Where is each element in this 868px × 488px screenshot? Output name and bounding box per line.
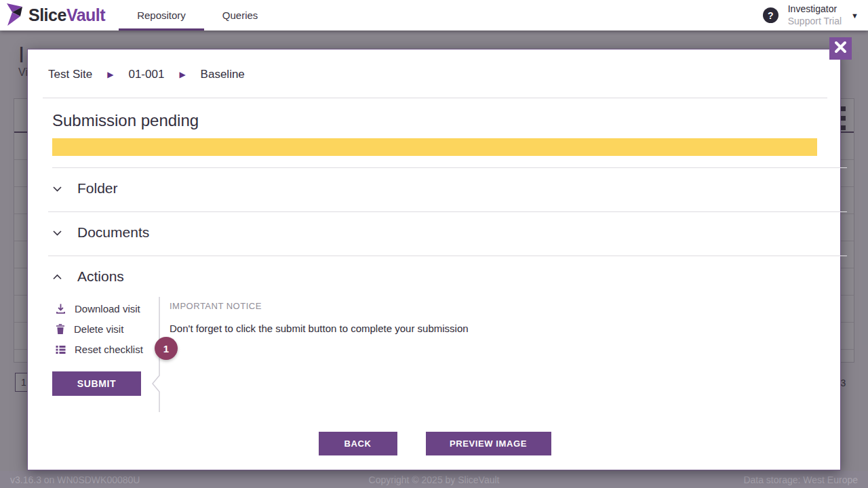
important-notice: IMPORTANT NOTICE Don't forget to click t… xyxy=(170,301,685,334)
back-button[interactable]: BACK xyxy=(319,432,397,455)
checklist-icon xyxy=(55,344,66,355)
breadcrumb-arrow-icon: ▶ xyxy=(107,70,113,79)
section-folder-label: Folder xyxy=(77,180,118,197)
user-menu[interactable]: Investigator Support Trial xyxy=(788,3,842,27)
brand-name-primary: Slice xyxy=(28,5,66,24)
modal-footer-buttons: BACK PREVIEW IMAGE xyxy=(28,432,842,455)
chevron-down-icon xyxy=(52,185,62,192)
user-trial-label: Support Trial xyxy=(788,16,842,28)
chevron-up-icon xyxy=(52,273,62,281)
breadcrumb-visit[interactable]: Baseline xyxy=(201,68,245,81)
chevron-down-icon[interactable]: ▼ xyxy=(851,12,859,20)
tab-repository-label: Repository xyxy=(137,9,186,21)
section-actions[interactable]: Actions xyxy=(52,268,124,285)
brand-logo[interactable]: SliceVault xyxy=(0,2,105,29)
breadcrumb-arrow-icon: ▶ xyxy=(179,70,185,79)
app-footer: v3.16.3 on WN0SDWK00080U Copyright © 202… xyxy=(0,471,868,488)
divider xyxy=(48,256,847,256)
reset-checklist-link[interactable]: Reset checklist xyxy=(55,344,143,355)
divider xyxy=(43,98,827,98)
section-actions-label: Actions xyxy=(77,268,124,285)
pending-status-bar xyxy=(52,138,817,156)
section-folder[interactable]: Folder xyxy=(52,180,118,197)
visit-submission-modal: Test Site ▶ 01-001 ▶ Baseline Submission… xyxy=(27,49,841,470)
download-visit-label: Download visit xyxy=(75,303,140,314)
top-navbar: SliceVault Repository Queries ? Investig… xyxy=(0,0,868,30)
chevron-down-icon xyxy=(52,229,62,237)
delete-visit-label: Delete visit xyxy=(74,323,123,335)
reset-checklist-label: Reset checklist xyxy=(75,344,143,355)
notice-body: Don't forget to click the submit button … xyxy=(170,323,685,334)
submit-button[interactable]: SUBMIT xyxy=(52,371,141,396)
close-icon xyxy=(829,36,852,61)
main-nav-tabs: Repository Queries xyxy=(119,0,276,30)
footer-copyright-label: Copyright © 2025 by SliceVault xyxy=(369,474,500,485)
delete-visit-link[interactable]: Delete visit xyxy=(55,323,123,335)
divider xyxy=(48,211,847,212)
nav-right-cluster: ? Investigator Support Trial ▼ xyxy=(763,3,868,27)
tab-repository[interactable]: Repository xyxy=(119,0,204,30)
submission-status-title: Submission pending xyxy=(52,111,199,130)
breadcrumb: Test Site ▶ 01-001 ▶ Baseline xyxy=(48,68,245,81)
brand-name-secondary: Vault xyxy=(66,5,105,24)
help-icon[interactable]: ? xyxy=(763,7,778,23)
footer-version-label: v3.16.3 on WN0SDWK00080U xyxy=(10,474,140,485)
slicevault-logo-icon xyxy=(4,2,24,29)
download-icon xyxy=(55,303,66,314)
divider xyxy=(52,167,847,168)
breadcrumb-site[interactable]: Test Site xyxy=(48,68,92,81)
preview-image-button[interactable]: PREVIEW IMAGE xyxy=(426,432,551,455)
download-visit-link[interactable]: Download visit xyxy=(55,303,140,314)
help-glyph: ? xyxy=(768,10,774,21)
tab-queries[interactable]: Queries xyxy=(204,0,277,30)
section-documents[interactable]: Documents xyxy=(52,224,149,241)
user-role-label: Investigator xyxy=(788,3,842,16)
step-1-badge: 1 xyxy=(155,337,178,360)
notice-title: IMPORTANT NOTICE xyxy=(170,301,685,311)
tab-queries-label: Queries xyxy=(222,9,258,21)
section-documents-label: Documents xyxy=(77,224,149,241)
close-button[interactable] xyxy=(829,37,852,60)
footer-datastorage-label: Data storage: West Europe xyxy=(743,474,858,485)
trash-icon xyxy=(55,323,66,335)
breadcrumb-subject[interactable]: 01-001 xyxy=(128,68,164,81)
brand-name: SliceVault xyxy=(28,5,105,25)
